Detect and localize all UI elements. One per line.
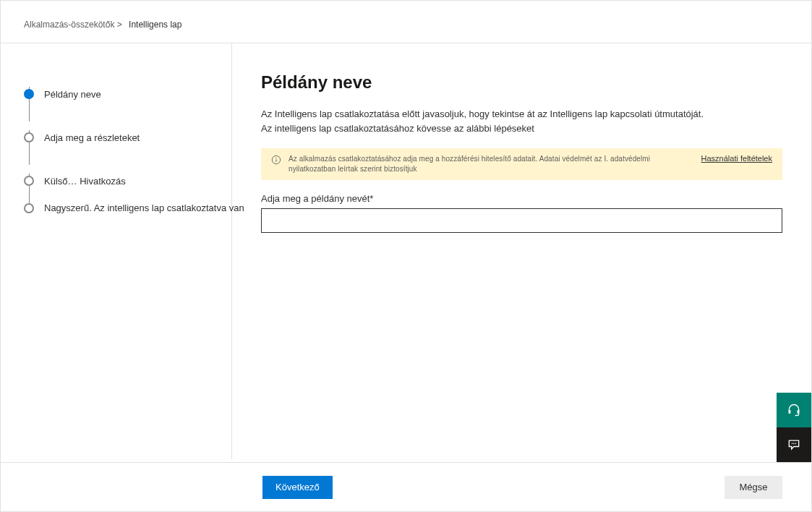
wizard-content: Példány neve Az Intelligens lap csatlako… xyxy=(232,43,811,459)
support-button[interactable] xyxy=(777,393,811,427)
feedback-button[interactable] xyxy=(777,427,811,462)
step-dot-icon xyxy=(24,203,34,213)
svg-rect-4 xyxy=(798,410,800,414)
step-dot-icon xyxy=(24,176,34,186)
intro-text-2: Az intelligens lap csatlakoztatásához kö… xyxy=(261,121,782,136)
breadcrumb-current: Intelligens lap xyxy=(129,20,181,30)
instance-name-input[interactable] xyxy=(261,208,782,233)
page-title: Példány neve xyxy=(261,72,782,93)
step-connected[interactable]: Nagyszerű. Az intelligens lap csatlakozt… xyxy=(24,202,220,213)
breadcrumb-parent[interactable]: Alkalmazás-összekötők > xyxy=(24,20,122,30)
instance-name-label: Adja meg a példány nevét* xyxy=(261,193,782,204)
step-enter-details[interactable]: Adja meg a részleteket xyxy=(24,116,220,159)
floating-actions xyxy=(777,393,811,462)
step-label: Nagyszerű. Az intelligens lap csatlakozt… xyxy=(44,202,244,213)
chat-icon xyxy=(787,438,801,452)
step-dot-icon xyxy=(24,89,34,99)
cancel-button[interactable]: Mégse xyxy=(725,476,782,499)
svg-point-2 xyxy=(275,158,276,158)
intro-text-1: Az Intelligens lap csatlakoztatása előtt… xyxy=(261,107,782,121)
step-label: Példány neve xyxy=(44,89,101,100)
svg-point-5 xyxy=(792,443,793,445)
info-icon xyxy=(271,154,281,167)
wizard-stepper: Példány neve Adja meg a részleteket Küls… xyxy=(1,43,232,459)
svg-point-7 xyxy=(795,443,797,445)
headset-icon xyxy=(787,403,801,417)
breadcrumb: Alkalmazás-összekötők > Intelligens lap xyxy=(1,1,811,43)
step-label: Adja meg a részleteket xyxy=(44,132,140,143)
step-external-link[interactable]: Külső… Hivatkozás xyxy=(24,159,220,202)
svg-rect-3 xyxy=(789,410,791,414)
terms-link[interactable]: Használati feltételek xyxy=(701,154,772,163)
info-banner: Az alkalmazás csatlakoztatásához adja me… xyxy=(261,148,782,180)
wizard-footer: Következő Mégse xyxy=(1,462,811,511)
svg-point-6 xyxy=(793,443,795,445)
step-instance-name[interactable]: Példány neve xyxy=(24,72,220,116)
step-dot-icon xyxy=(24,132,34,142)
step-label: Külső… Hivatkozás xyxy=(44,176,126,187)
next-button[interactable]: Következő xyxy=(262,476,333,499)
info-banner-text: Az alkalmazás csatlakoztatásához adja me… xyxy=(289,154,685,174)
